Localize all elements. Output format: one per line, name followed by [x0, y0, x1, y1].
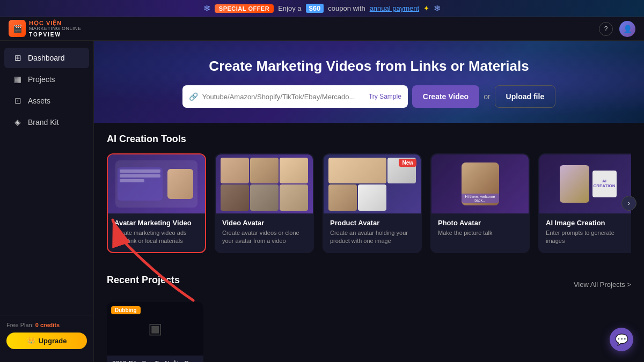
recent-projects-section: Recent Projects View All Projects > Dubb…: [94, 264, 644, 362]
header: 🎬 HỌC VIỆN MARKETING ONLINE TOPVIEW ? 👤: [0, 17, 644, 41]
new-badge: New: [399, 159, 416, 167]
snowflake-right: ❄: [434, 3, 441, 13]
upload-file-button[interactable]: Upload file: [495, 85, 556, 108]
hero-banner: Create Marketing Videos from Links or Ma…: [94, 41, 644, 123]
sidebar: ⊞ Dashboard ▦ Projects ⊡ Assets ◈ Brand …: [0, 41, 94, 362]
sidebar-item-projects[interactable]: ▦ Projects: [4, 69, 89, 90]
project-card-1[interactable]: Dubbing ▣ 0212-Dây Sạc Tự Ngắt - Dây Cáp…: [107, 302, 203, 362]
avatar-cell-1: [221, 158, 249, 184]
projects-icon: ▦: [13, 75, 23, 84]
user-avatar-button[interactable]: 👤: [619, 21, 635, 37]
photo-av-face: Hi there, welcome back...: [462, 162, 499, 205]
amv-thumbnail: [108, 154, 205, 213]
tool-name-va: Video Avatar: [222, 219, 306, 227]
brand-kit-icon: ◈: [13, 117, 23, 127]
project-thumb-1: Dubbing ▣: [107, 302, 203, 356]
pa-cell-4: [358, 184, 386, 211]
sidebar-item-dashboard[interactable]: ⊞ Dashboard: [4, 48, 89, 68]
avatars-grid: [221, 158, 308, 211]
create-video-button[interactable]: Create Video: [412, 85, 479, 108]
upgrade-crown-icon: 👑: [27, 337, 35, 345]
pa-cell-3: [328, 184, 357, 211]
amv-inner: [115, 160, 198, 208]
amv-panel: [118, 167, 163, 201]
tool-card-product-avatar[interactable]: New Product Avatar Create an avatar hold…: [323, 153, 422, 253]
logo-mid-line: MARKETING ONLINE: [29, 26, 82, 32]
hero-input-row: 🔗 Try Sample Create Video or Upload file: [115, 85, 623, 108]
view-all-projects-link[interactable]: View All Projects >: [574, 280, 631, 289]
star-icon: ✦: [423, 4, 429, 12]
credits-label: 0 credits: [35, 322, 60, 328]
tools-grid: Avatar Marketing Video Create marketing …: [107, 153, 631, 253]
logo-text: HỌC VIỆN MARKETING ONLINE TOPVIEW: [29, 20, 82, 38]
upgrade-label: Upgrade: [39, 337, 67, 345]
avatar-cell-4: [221, 184, 249, 211]
tool-card-content-phav: Photo Avatar Make the picture talk: [431, 213, 529, 243]
amv-line-2: [120, 174, 161, 178]
url-input[interactable]: [202, 93, 364, 101]
photo-av-overlay: Hi there, welcome back...: [462, 194, 499, 203]
try-sample-link[interactable]: Try Sample: [369, 93, 401, 100]
tool-desc-pa: Create an avatar holding your product wi…: [330, 229, 414, 246]
main-layout: ⊞ Dashboard ▦ Projects ⊡ Assets ◈ Brand …: [0, 41, 644, 362]
tool-card-content-va: Video Avatar Create avatar videos or clo…: [216, 213, 313, 252]
coupon-badge: $60: [306, 4, 324, 13]
amv-face: [167, 169, 193, 199]
avatar-cell-3: [280, 158, 308, 184]
tool-desc-phav: Make the picture talk: [438, 229, 522, 237]
sidebar-label-assets: Assets: [28, 97, 50, 105]
sidebar-item-assets[interactable]: ⊡ Assets: [4, 91, 89, 111]
carousel-next-arrow[interactable]: ›: [621, 196, 636, 211]
pa-cell-1: [328, 158, 386, 184]
tool-card-video-avatar[interactable]: Video Avatar Create avatar videos or clo…: [215, 153, 314, 253]
content-area: Create Marketing Videos from Links or Ma…: [94, 41, 644, 362]
dashboard-icon: ⊞: [13, 53, 23, 63]
tool-name-pa: Product Avatar: [330, 219, 414, 227]
photo-avatar-thumbnail: Hi there, welcome back...: [431, 154, 529, 213]
tool-card-photo-avatar[interactable]: Hi there, welcome back... Photo Avatar M…: [430, 153, 530, 253]
coupon-suffix: coupon with: [328, 4, 365, 12]
tool-desc-va: Create avatar videos or clone your avata…: [222, 229, 306, 246]
tool-card-avatar-marketing-video[interactable]: Avatar Marketing Video Create marketing …: [107, 153, 206, 253]
top-banner: ❄ SPECIAL OFFER Enjoy a $60 coupon with …: [0, 0, 644, 17]
recent-projects-header: Recent Projects View All Projects >: [107, 275, 631, 294]
photo-av-wrap: Hi there, welcome back...: [462, 162, 499, 205]
special-offer-badge: SPECIAL OFFER: [215, 4, 274, 13]
logo-icon: 🎬: [9, 20, 26, 37]
sidebar-item-brand-kit[interactable]: ◈ Brand Kit: [4, 112, 89, 132]
enjoy-text: Enjoy a: [278, 4, 301, 12]
tool-desc-ai: Enter prompts to generate images: [546, 229, 630, 246]
free-plan-label: Free Plan: 0 credits: [6, 322, 87, 328]
sidebar-label-brand-kit: Brand Kit: [28, 118, 59, 127]
avatar-cell-2: [250, 158, 279, 184]
logo-bot-line: TOPVIEW: [29, 32, 82, 38]
url-input-wrap: 🔗 Try Sample: [182, 85, 408, 108]
chat-button[interactable]: 💬: [610, 328, 633, 351]
tool-name-amv: Avatar Marketing Video: [114, 219, 199, 227]
ai-tools-title: AI Creation Tools: [107, 134, 631, 145]
tool-name-ai: AI Image Creation: [546, 219, 630, 227]
or-text: or: [484, 92, 490, 101]
ai-sign: AICREATION: [592, 171, 617, 197]
project-info-1: 0212-Dây Sạc Tự Ngắt - Dây Cáp ... an ho…: [107, 356, 203, 362]
amv-line-3: [120, 179, 144, 182]
assets-icon: ⊡: [13, 96, 23, 106]
tool-card-content-amv: Avatar Marketing Video Create marketing …: [108, 213, 205, 252]
tool-card-content-pa: Product Avatar Create an avatar holding …: [324, 213, 421, 252]
snowflake-left: ❄: [203, 3, 210, 13]
ai-tools-section: AI Creation Tools: [94, 123, 644, 264]
annual-payment-link[interactable]: annual payment: [370, 4, 420, 12]
ai-image-thumbnail: AICREATION: [539, 154, 631, 213]
tool-name-phav: Photo Avatar: [438, 219, 522, 227]
logo[interactable]: 🎬 HỌC VIỆN MARKETING ONLINE TOPVIEW: [9, 20, 82, 38]
recent-projects-title: Recent Projects: [107, 275, 180, 286]
ai-sign-text: AICREATION: [593, 179, 615, 189]
ai-face: [560, 165, 589, 203]
tool-card-ai-image[interactable]: AICREATION AI Image Creation Enter promp…: [538, 153, 631, 253]
amv-line-1: [120, 169, 161, 173]
header-right: ? 👤: [599, 21, 635, 37]
project-name-1: 0212-Dây Sạc Tự Ngắt - Dây Cáp ...: [112, 360, 198, 362]
upgrade-button[interactable]: 👑 Upgrade: [6, 333, 87, 349]
help-button[interactable]: ?: [599, 22, 613, 36]
sidebar-label-projects: Projects: [28, 75, 55, 84]
